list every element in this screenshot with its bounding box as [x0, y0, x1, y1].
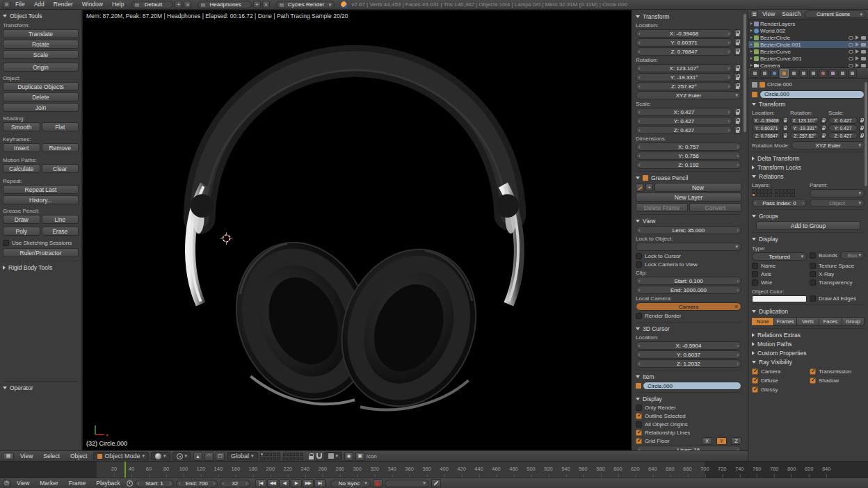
gp-convert-button[interactable]: Convert	[689, 203, 741, 212]
menu-frame[interactable]: Frame	[65, 479, 90, 488]
transport-button[interactable]: ▶▶	[303, 479, 314, 487]
gp-delete-frame-button[interactable]: Delete Frame	[636, 203, 688, 212]
snap-magnet-icon[interactable]	[316, 453, 322, 459]
location-y-field[interactable]: Y: 0.60371	[752, 124, 781, 131]
menu-view[interactable]: View	[16, 452, 37, 461]
rotate-button[interactable]: Rotate	[3, 40, 79, 49]
opengl-render-anim-button[interactable]: ▣	[355, 452, 364, 461]
parent-field[interactable]	[810, 189, 865, 197]
grease-pencil-panel-header[interactable]: Grease Pencil	[636, 173, 741, 182]
editor-type-icon[interactable]: ≡	[3, 1, 10, 8]
layer-cell[interactable]	[764, 193, 768, 197]
pivot-dropdown[interactable]: ▾	[172, 452, 192, 460]
wire-checkbox[interactable]: Wire	[752, 278, 807, 286]
disclosure-triangle-icon[interactable]	[750, 36, 753, 39]
clip-start-field[interactable]: Start: 0.100	[636, 277, 741, 285]
repeat-last-button[interactable]: Repeat Last	[3, 185, 79, 194]
close-scene-button[interactable]: ×	[262, 1, 270, 8]
gp-new-layer-button[interactable]: New Layer	[636, 193, 741, 202]
render-tab[interactable]	[750, 69, 760, 78]
render-border-checkbox[interactable]: Render Border	[636, 311, 741, 320]
local-camera-field[interactable]: Camera	[636, 302, 741, 311]
object-data-tab[interactable]	[809, 69, 818, 78]
transport-button[interactable]: |◀	[255, 479, 266, 487]
lens-field[interactable]: Lens: 35.000	[636, 226, 741, 234]
menu-playback[interactable]: Playback	[92, 479, 124, 488]
glossy-visibility-checkbox[interactable]: Glossy	[752, 385, 807, 393]
lock-icon[interactable]	[782, 132, 788, 139]
menu-view[interactable]: View	[13, 479, 33, 488]
layer-cell[interactable]	[296, 457, 299, 460]
transparency-checkbox[interactable]: Transparency	[810, 278, 865, 286]
rotation-mode-dropdown[interactable]: XYZ Euler	[791, 141, 865, 149]
draw-type-dropdown[interactable]: Textured	[752, 252, 807, 261]
location-z-field[interactable]: Z: 0.76847	[636, 47, 732, 56]
material-tab[interactable]	[819, 69, 828, 78]
location-x-field[interactable]: X: -0.39468	[752, 117, 781, 124]
menu-object[interactable]: Object	[66, 452, 92, 461]
transmission-visibility-checkbox[interactable]: Transmission	[810, 367, 865, 375]
lock-icon[interactable]	[782, 117, 788, 124]
lock-icon[interactable]	[821, 124, 826, 131]
scene-field[interactable]: Headphones	[198, 1, 251, 8]
delta-transform-panel-header[interactable]: Delta Transform	[752, 154, 865, 163]
scale-x-field[interactable]: X: 0.427	[636, 108, 732, 116]
disclosure-triangle-icon[interactable]	[750, 29, 753, 32]
selectability-icon[interactable]	[855, 42, 859, 47]
physics-tab[interactable]	[848, 69, 857, 78]
grid-axis-y[interactable]: Y	[716, 437, 727, 445]
preview-range-icon[interactable]	[127, 480, 133, 487]
location-z-field[interactable]: Z: 0.76847	[752, 132, 781, 139]
parent-type-dropdown[interactable]: Object	[810, 199, 865, 207]
layer-cell[interactable]	[264, 453, 268, 456]
relations-extras-panel-header[interactable]: Relations Extras	[752, 330, 865, 339]
lock-icon[interactable]	[734, 108, 741, 116]
history-button[interactable]: History...	[3, 195, 79, 204]
grid-floor-checkbox[interactable]: Grid Floor X Y Z	[636, 437, 741, 445]
view-panel-header[interactable]: View	[636, 216, 741, 225]
duplicate-objects-button[interactable]: Duplicate Objects	[3, 82, 79, 91]
disclosure-triangle-icon[interactable]	[750, 57, 753, 60]
texture-space-checkbox[interactable]: Texture Space	[810, 261, 865, 270]
item-panel-header[interactable]: Item	[636, 372, 741, 381]
rotation-x-field[interactable]: X: 123.107°	[636, 64, 732, 72]
lock-icon[interactable]	[859, 117, 865, 124]
dim-x-field[interactable]: X: 0.757	[636, 143, 741, 151]
layer-cell[interactable]	[752, 189, 755, 193]
layer-cell[interactable]	[260, 457, 264, 460]
render-restrict-icon[interactable]	[861, 57, 866, 60]
selectability-icon[interactable]	[855, 49, 859, 54]
layer-cell[interactable]	[300, 457, 303, 460]
layer-cell[interactable]	[268, 453, 272, 456]
world-tab[interactable]	[770, 69, 779, 78]
outliner-row[interactable]: BezierCurve	[748, 48, 868, 55]
frame-start-field[interactable]: Start: 1	[135, 480, 174, 487]
render-restrict-icon[interactable]	[861, 43, 866, 47]
cursor-z-field[interactable]: Z: 1.2032	[636, 359, 741, 368]
layer-cell[interactable]	[296, 453, 299, 456]
lock-camera-to-view-checkbox[interactable]: Lock Camera to View	[636, 260, 741, 268]
outliner-row[interactable]: BezierCurve.001	[748, 55, 868, 62]
lock-icon[interactable]	[734, 82, 741, 90]
scale-manipulator-toggle[interactable]: ▢	[216, 452, 225, 461]
lock-icon[interactable]	[734, 38, 741, 47]
pass-index-field[interactable]: Pass Index: 0	[752, 199, 807, 207]
object-name-field[interactable]: Circle.000	[760, 90, 865, 99]
ruler-protractor-button[interactable]: Ruler/Protractor	[3, 248, 79, 257]
render-restrict-icon[interactable]	[861, 36, 866, 40]
disclosure-triangle-icon[interactable]	[750, 22, 753, 25]
layer-cell[interactable]	[752, 193, 755, 197]
disclosure-triangle-icon[interactable]	[750, 43, 753, 46]
calculate-paths-button[interactable]: Calculate	[3, 164, 40, 173]
object-color-swatch[interactable]	[752, 295, 807, 302]
scale-x-field[interactable]: X: 0.427	[828, 117, 858, 124]
layer-cell[interactable]	[787, 193, 791, 197]
clear-paths-button[interactable]: Clear	[42, 164, 79, 173]
lock-icon[interactable]	[734, 29, 741, 38]
gp-erase-button[interactable]: Erase	[42, 227, 79, 236]
menu-window[interactable]: Window	[78, 0, 107, 9]
disclosure-triangle-icon[interactable]	[750, 50, 753, 53]
add-gp-button[interactable]: +	[645, 184, 653, 191]
layer-cell[interactable]	[268, 457, 272, 460]
transform-panel-header[interactable]: Transform	[636, 12, 741, 21]
